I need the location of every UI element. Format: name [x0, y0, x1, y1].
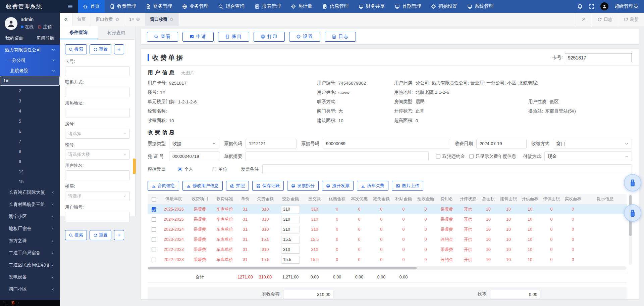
tree-item-发电设备[interactable]: 发电设备 [0, 271, 60, 283]
pay-amount-input[interactable] [281, 226, 300, 233]
tree-leaf-15[interactable]: 15 [0, 176, 60, 186]
row-checkbox[interactable] [152, 217, 156, 222]
collect-method-select[interactable]: 窗口 [553, 139, 632, 148]
filter-input-卡号[interactable] [65, 66, 130, 76]
topnav-item-系统管理[interactable]: 系统管理 [462, 0, 498, 13]
tree-leaf-2[interactable]: 2 [0, 86, 60, 96]
tree-group-热力有限责任公司[interactable]: 热力有限责任公司 [0, 45, 60, 55]
topnav-item-报表管理[interactable]: 报表管理 [250, 0, 286, 13]
filter-input-用户姓名[interactable] [65, 170, 130, 180]
tree-item-晨宇小区[interactable]: 晨宇小区 [0, 211, 60, 223]
tree-item-长青村民航委三组[interactable]: 长青村民航委三组 [0, 199, 60, 211]
tabs-scroll-right-button[interactable] [576, 13, 592, 26]
topnav-item-初始设置[interactable]: 初始设置 [426, 0, 462, 13]
tree-leaf-6[interactable]: 6 [0, 126, 60, 136]
filter-select-房号[interactable]: 请选择 [65, 129, 130, 139]
fee-date-input[interactable] [476, 139, 527, 148]
close-icon[interactable] [136, 17, 140, 21]
tree-item-地板厂宿舍[interactable]: 地板厂宿舍 [0, 223, 60, 235]
sidebar-tab-desktop[interactable]: 我的桌面 [5, 35, 23, 41]
历年欠费-button[interactable]: 历年欠费 [357, 181, 388, 191]
topnav-item-综合查询[interactable]: 综合查询 [213, 0, 250, 13]
horizontal-scrollbar[interactable] [148, 266, 627, 270]
row-checkbox[interactable] [152, 207, 156, 212]
horizontal-scrollbar-thumb[interactable] [148, 267, 417, 269]
logout-button[interactable]: 注销 [38, 24, 52, 30]
tree-item-长春鸿石国际大厦[interactable]: 长春鸿石国际大厦 [0, 186, 60, 199]
receipt-type-select[interactable]: 收据 [169, 139, 219, 148]
usb-reader-float-button[interactable] [624, 174, 641, 191]
pay-amount-input[interactable] [281, 256, 300, 264]
row-checkbox[interactable] [152, 227, 156, 232]
username[interactable]: 超级管理员 [614, 3, 638, 9]
查看-button[interactable]: 查看 [147, 32, 178, 42]
tab-首页[interactable]: 首页 [72, 13, 91, 26]
change-input[interactable] [490, 290, 540, 299]
user-avatar[interactable] [5, 17, 17, 30]
topnav-item-收费管理[interactable]: 收费管理 [105, 0, 141, 13]
close-icon[interactable] [115, 17, 119, 21]
usb-reader-float-button[interactable] [624, 204, 641, 222]
search-button[interactable]: 搜索 [65, 44, 87, 54]
tab-窗口收费[interactable]: 窗口收费 [91, 13, 124, 26]
cancel-penalty-checkbox[interactable]: 取消违约金 [436, 154, 465, 160]
add-condition-button[interactable]: + [114, 230, 124, 240]
filter-input-用热地址[interactable] [65, 108, 130, 118]
only-arrears-checkbox[interactable]: 只显示欠费年度信息 [469, 154, 517, 160]
bell-icon[interactable] [577, 4, 583, 9]
tree-leaf-9[interactable]: 9 [0, 156, 60, 166]
row-checkbox[interactable] [152, 237, 156, 242]
tree-item-阀门小区[interactable]: 阀门小区 [0, 283, 60, 295]
panel-collapse-handle[interactable] [133, 159, 136, 174]
pay-amount-input[interactable] [281, 216, 300, 223]
filter-input-用户编号[interactable] [65, 212, 130, 222]
保存记账-button[interactable]: 保存记账 [252, 181, 284, 191]
row-checkbox[interactable] [152, 258, 156, 262]
预开发票-button[interactable]: 预开发票 [322, 181, 354, 191]
日志-button[interactable]: 日志 [325, 32, 356, 42]
filter-input-联系方式[interactable] [65, 87, 130, 97]
voucher-input[interactable] [169, 151, 219, 161]
合同信息-button[interactable]: 合同信息 [148, 181, 179, 191]
tree-item-东方之珠[interactable]: 东方之珠 [0, 235, 60, 247]
tabs-scroll-left-button[interactable] [60, 13, 72, 26]
avatar[interactable] [600, 2, 608, 10]
tree-leaf-7[interactable]: 7 [0, 136, 60, 146]
card-no-input[interactable] [565, 53, 632, 62]
topnav-item-业务管理[interactable]: 业务管理 [177, 0, 213, 13]
received-amount-input[interactable] [283, 290, 333, 299]
topnav-item-热计量[interactable]: 热计量 [286, 0, 317, 13]
summary-input[interactable] [246, 151, 429, 161]
topnav-item-财务管理[interactable]: 财务管理 [141, 0, 177, 13]
topnav-item-首页[interactable]: 首页 [78, 0, 105, 13]
filter-select-楼层[interactable]: 请选择 [65, 191, 130, 201]
tree-leaf-5[interactable]: 5 [0, 116, 60, 126]
打印-button[interactable]: 打印 [254, 32, 285, 42]
拍照-button[interactable]: 拍照 [226, 181, 249, 191]
tree-group-北航老院[interactable]: 北航老院 [0, 65, 60, 76]
tree-leaf-1#[interactable]: 1# [0, 76, 60, 86]
search-button[interactable]: 搜索 [65, 230, 87, 240]
select-all-checkbox[interactable] [152, 197, 156, 202]
hamburger-icon[interactable] [67, 4, 73, 9]
tree-group-一分公司[interactable]: 一分公司 [0, 55, 60, 65]
fullscreen-icon[interactable] [589, 4, 594, 9]
tree-leaf-4[interactable]: 4 [0, 106, 60, 116]
filter-select-楼号[interactable]: 请选择大楼 [65, 149, 130, 160]
topnav-item-首期管理[interactable]: 首期管理 [390, 0, 426, 13]
invoice-remark-input[interactable] [262, 164, 632, 174]
taskbar-app-icon[interactable]: S [11, 301, 15, 305]
tab-窗口收费[interactable]: 窗口收费 [145, 13, 179, 26]
pay-amount-input[interactable] [281, 236, 300, 244]
pay-method-select[interactable]: 现金 [544, 151, 632, 161]
receipt-code-input[interactable] [246, 139, 297, 148]
图片上传-button[interactable]: 图片上传 [392, 181, 423, 191]
refresh-button[interactable]: 刷新 [618, 13, 644, 26]
tree-leaf-8[interactable]: 8 [0, 146, 60, 156]
log-button[interactable]: 日志 [592, 13, 618, 26]
pay-amount-input[interactable] [281, 206, 300, 213]
修改用户信息-button[interactable]: 修改用户信息 [182, 181, 223, 191]
发票拆分-button[interactable]: 发票拆分 [287, 181, 319, 191]
reset-button[interactable]: 重置 [90, 44, 111, 54]
tree-item-二道工商局宿舍[interactable]: 二道工商局宿舍 [0, 247, 60, 259]
